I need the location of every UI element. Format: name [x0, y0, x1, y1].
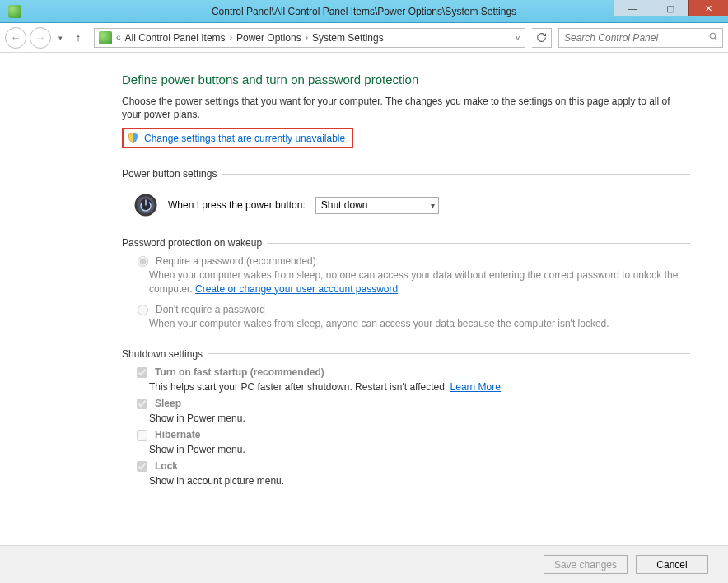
breadcrumb-item[interactable]: System Settings	[310, 32, 386, 44]
address-icon	[99, 31, 112, 44]
learn-more-link[interactable]: Learn More	[450, 381, 501, 393]
section-shutdown-settings: Shutdown settings	[122, 348, 690, 360]
app-icon	[8, 5, 21, 18]
section-power-button: Power button settings	[122, 168, 690, 180]
breadcrumb-item[interactable]: All Control Panel Items	[123, 32, 228, 44]
shutdown-desc-3: Show in account picture menu.	[133, 475, 690, 487]
breadcrumb-item[interactable]: Power Options	[234, 32, 304, 44]
shutdown-checkbox-0: Turn on fast startup (recommended)	[133, 366, 690, 380]
section-password-protection: Password protection on wakeup	[122, 237, 690, 249]
address-bar[interactable]: « All Control Panel Items › Power Option…	[94, 28, 525, 48]
shield-icon	[127, 132, 139, 144]
nav-forward-button[interactable]: →	[30, 27, 51, 49]
shutdown-desc-1: Show in Power menu.	[133, 413, 690, 424]
dont-require-password-desc: When your computer wakes from sleep, any…	[133, 317, 690, 330]
cancel-button[interactable]: Cancel	[636, 555, 708, 574]
minimize-button[interactable]: —	[613, 0, 651, 16]
intro-text: Choose the power settings that you want …	[122, 95, 690, 121]
power-button-label: When I press the power button:	[168, 199, 306, 211]
page-heading: Define power buttons and turn on passwor…	[122, 72, 690, 86]
breadcrumb-lead: «	[114, 33, 123, 42]
content-pane: Define power buttons and turn on passwor…	[0, 53, 728, 545]
power-icon	[133, 193, 158, 217]
shutdown-desc-2: Show in Power menu.	[133, 444, 690, 455]
shutdown-desc-0: This helps start your PC faster after sh…	[133, 381, 690, 393]
footer-bar: Save changes Cancel	[0, 545, 728, 583]
save-changes-button[interactable]: Save changes	[544, 555, 628, 574]
refresh-button[interactable]	[532, 28, 552, 48]
navigation-bar: ← → ▾ ↑ « All Control Panel Items › Powe…	[0, 23, 728, 53]
nav-history-dropdown[interactable]: ▾	[54, 27, 66, 49]
close-button[interactable]: ✕	[688, 0, 728, 16]
change-settings-label: Change settings that are currently unava…	[144, 133, 345, 144]
maximize-button[interactable]: ▢	[651, 0, 688, 16]
change-settings-link[interactable]: Change settings that are currently unava…	[122, 128, 353, 148]
search-input[interactable]	[562, 31, 708, 44]
nav-back-button[interactable]: ←	[5, 27, 26, 49]
address-dropdown-icon[interactable]: v	[513, 34, 524, 42]
require-password-desc: When your computer wakes from sleep, no …	[133, 268, 690, 295]
search-box[interactable]	[558, 28, 723, 48]
search-icon	[708, 31, 719, 44]
require-password-radio: Require a password (recommended)	[133, 255, 690, 267]
dont-require-password-radio: Don't require a password	[133, 304, 690, 315]
shutdown-checkbox-3: Lock	[133, 460, 690, 474]
create-password-link[interactable]: Create or change your user account passw…	[195, 283, 398, 295]
window-titlebar: Control Panel\All Control Panel Items\Po…	[0, 0, 728, 23]
shutdown-checkbox-2: Hibernate	[133, 429, 690, 443]
svg-point-0	[710, 33, 716, 39]
nav-up-button[interactable]: ↑	[69, 29, 87, 47]
power-button-select[interactable]: Shut down	[315, 197, 439, 214]
svg-line-1	[715, 37, 717, 40]
shutdown-checkbox-1: Sleep	[133, 398, 690, 412]
